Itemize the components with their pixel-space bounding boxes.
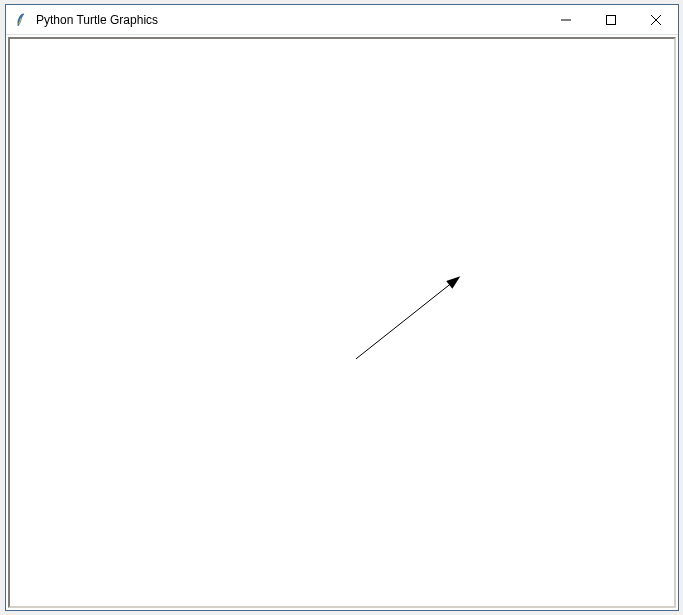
- svg-line-3: [651, 15, 661, 25]
- turtle-canvas: [8, 37, 676, 608]
- turtle-cursor-icon: [446, 272, 463, 288]
- window-title: Python Turtle Graphics: [36, 13, 543, 27]
- svg-marker-4: [446, 272, 463, 288]
- svg-rect-1: [606, 15, 615, 24]
- titlebar[interactable]: Python Turtle Graphics: [6, 5, 678, 35]
- canvas-frame: [6, 35, 678, 610]
- turtle-window: Python Turtle Graphics: [5, 4, 679, 611]
- maximize-button[interactable]: [588, 5, 633, 34]
- python-feather-icon: [14, 12, 30, 28]
- svg-line-2: [651, 15, 661, 25]
- minimize-button[interactable]: [543, 5, 588, 34]
- turtle-drawing: [10, 39, 674, 606]
- window-controls: [543, 5, 678, 34]
- turtle-path-line: [356, 281, 454, 359]
- close-button[interactable]: [633, 5, 678, 34]
